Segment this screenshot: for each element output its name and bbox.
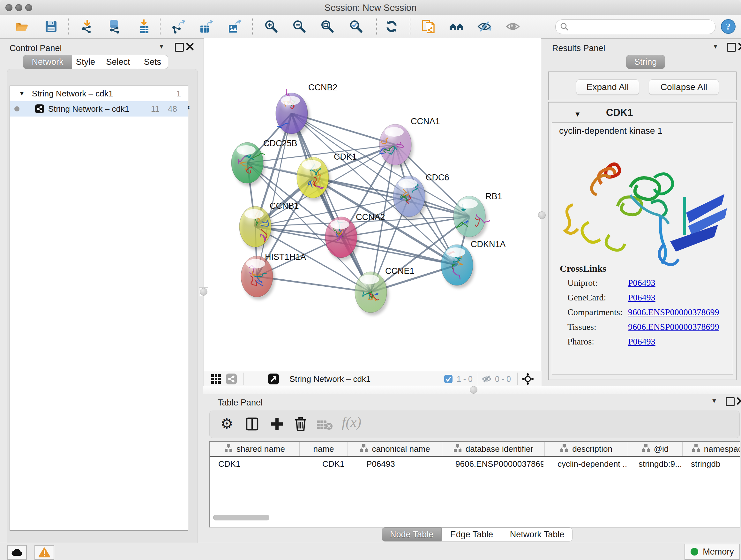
- table-row[interactable]: CDK1 CDK1 P06493 9606.ENSP00000378699 cy…: [210, 457, 740, 471]
- node-label-CDC25B: CDC25B: [263, 138, 297, 148]
- network-view-mode-icon[interactable]: [226, 373, 237, 385]
- vertical-splitter[interactable]: [199, 287, 208, 296]
- search-icon: [560, 22, 569, 31]
- crosslink-value-link[interactable]: P06493: [628, 278, 656, 288]
- close-panel-icon[interactable]: [738, 43, 741, 51]
- network-canvas-svg[interactable]: CCNB2CCNA1CDC25BCDK1CDC6RB1CCNB1CCNA2CDK…: [204, 38, 541, 371]
- import-network-from-file-icon[interactable]: [80, 19, 94, 34]
- zoom-fit-icon[interactable]: [320, 19, 335, 34]
- import-table-from-file-icon[interactable]: [137, 19, 151, 34]
- refresh-icon[interactable]: [384, 19, 399, 34]
- crosslink-label: Tissues:: [567, 322, 596, 332]
- entry-expander-icon[interactable]: ▼: [574, 110, 581, 118]
- memory-status-button[interactable]: Memory: [684, 544, 740, 560]
- network-row[interactable]: String Network – cdk1 11 48: [10, 101, 188, 117]
- crosslink-label: Compartments:: [567, 307, 623, 317]
- horizontal-splitter[interactable]: [203, 386, 741, 394]
- crosslink-value-link[interactable]: 9606.ENSP00000378699: [628, 307, 719, 317]
- expand-all-button[interactable]: Expand All: [576, 79, 639, 95]
- column-header-database-identifier[interactable]: database identifier: [442, 442, 545, 456]
- crosslink-value-link[interactable]: P06493: [628, 293, 656, 303]
- tab-network[interactable]: Network: [23, 55, 72, 69]
- node-label-RB1: RB1: [485, 192, 502, 201]
- hidden-items-eye-icon: [482, 374, 492, 384]
- cell-database-identifier[interactable]: 9606.ENSP00000378699: [441, 457, 543, 471]
- share-document-icon[interactable]: [421, 19, 436, 34]
- float-panel-icon[interactable]: [727, 43, 736, 52]
- fit-selected-crosshair-icon[interactable]: [522, 373, 534, 385]
- tab-sets[interactable]: Sets: [137, 55, 168, 69]
- column-header-id[interactable]: @id: [628, 442, 683, 456]
- tab-edge-table[interactable]: Edge Table: [442, 527, 502, 542]
- column-header-namespace[interactable]: namespace: [683, 442, 740, 456]
- help-icon[interactable]: ?: [721, 19, 736, 34]
- save-session-icon[interactable]: [44, 19, 58, 34]
- network-view-canvas[interactable]: CCNB2CCNA1CDC25BCDK1CDC6RB1CCNB1CCNA2CDK…: [204, 38, 541, 371]
- tab-network-table[interactable]: Network Table: [502, 527, 572, 542]
- cell-name[interactable]: CDK1: [299, 457, 347, 471]
- tab-style[interactable]: Style: [72, 55, 99, 69]
- close-panel-icon[interactable]: [737, 397, 741, 405]
- cell-namespace[interactable]: stringdb: [681, 457, 740, 471]
- cell-canonical-name[interactable]: P06493: [347, 457, 441, 471]
- collection-label: String Network – cdk1: [32, 89, 113, 99]
- toolbar-separator: [160, 18, 160, 35]
- selected-checkbox-icon[interactable]: [444, 374, 453, 383]
- hide-selection-icon[interactable]: [477, 19, 492, 34]
- zoom-out-icon[interactable]: [292, 19, 307, 34]
- add-column-icon[interactable]: [270, 417, 284, 431]
- column-type-icon: [560, 444, 568, 452]
- table-options-gear-icon[interactable]: ⚙: [220, 415, 233, 432]
- zoom-selected-icon[interactable]: [349, 19, 363, 34]
- toolbar-separator: [252, 18, 253, 35]
- float-panel-icon[interactable]: [726, 397, 735, 406]
- tab-string[interactable]: String: [626, 55, 665, 69]
- column-type-icon: [454, 444, 462, 452]
- table-panel-tabs: Node Table Edge Table Network Table: [382, 527, 572, 541]
- search-input[interactable]: [572, 21, 711, 33]
- panel-menu-icon[interactable]: ▼: [158, 43, 165, 50]
- warnings-button[interactable]: [35, 545, 54, 560]
- delete-column-icon[interactable]: [293, 416, 308, 432]
- splitter-handle[interactable]: [200, 288, 207, 296]
- column-header-shared-name[interactable]: shared name: [210, 442, 300, 456]
- column-header-name[interactable]: name: [300, 442, 348, 456]
- import-network-from-database-icon[interactable]: [108, 19, 122, 34]
- zoom-in-icon[interactable]: [264, 19, 279, 34]
- collection-expander-icon[interactable]: ▼: [19, 90, 25, 97]
- show-columns-icon[interactable]: [245, 417, 259, 431]
- detach-view-icon[interactable]: [268, 373, 279, 385]
- column-header-canonical-name[interactable]: canonical name: [348, 442, 442, 456]
- crosslink-value-link[interactable]: P06493: [628, 336, 656, 347]
- cell-shared-name[interactable]: CDK1: [210, 457, 299, 471]
- results-entry-box: ▼ CDK1 cyclin-dependent kinase 1: [548, 102, 737, 380]
- tab-node-table[interactable]: Node Table: [382, 527, 442, 542]
- network-collection-row[interactable]: ▼ String Network – cdk1 1: [10, 86, 188, 101]
- cloud-status-button[interactable]: [7, 545, 27, 560]
- cell-description[interactable]: cyclin-dependent ...: [543, 457, 626, 471]
- tab-select[interactable]: Select: [99, 55, 137, 69]
- horizontal-scrollbar-thumb[interactable]: [213, 515, 269, 520]
- panel-menu-icon[interactable]: ▼: [712, 43, 719, 50]
- grid-view-icon[interactable]: [211, 374, 221, 384]
- export-network-icon[interactable]: [171, 19, 185, 34]
- panel-menu-icon[interactable]: ▼: [711, 397, 718, 405]
- float-panel-icon[interactable]: [175, 43, 184, 52]
- show-all-icon[interactable]: [506, 19, 520, 34]
- first-neighbors-icon[interactable]: [449, 19, 464, 34]
- crosslinks-title: CrossLinks: [560, 263, 606, 274]
- open-session-icon[interactable]: [15, 19, 29, 34]
- export-image-icon[interactable]: [227, 19, 242, 34]
- protein-structure-image: [558, 139, 731, 273]
- close-panel-icon[interactable]: [186, 43, 194, 51]
- window-title: Session: New Session: [0, 3, 741, 13]
- crosslink-value-link[interactable]: 9606.ENSP00000378699: [628, 322, 719, 332]
- splitter-handle[interactable]: [470, 386, 477, 394]
- cell-id[interactable]: stringdb:9...: [626, 457, 681, 471]
- collapse-all-button[interactable]: Collapse All: [649, 79, 719, 95]
- toolbar-separator: [517, 373, 518, 385]
- title-bar: Session: New Session: [0, 0, 741, 15]
- column-header-description[interactable]: description: [545, 442, 628, 456]
- export-table-icon[interactable]: [199, 19, 213, 34]
- memory-label: Memory: [703, 547, 734, 557]
